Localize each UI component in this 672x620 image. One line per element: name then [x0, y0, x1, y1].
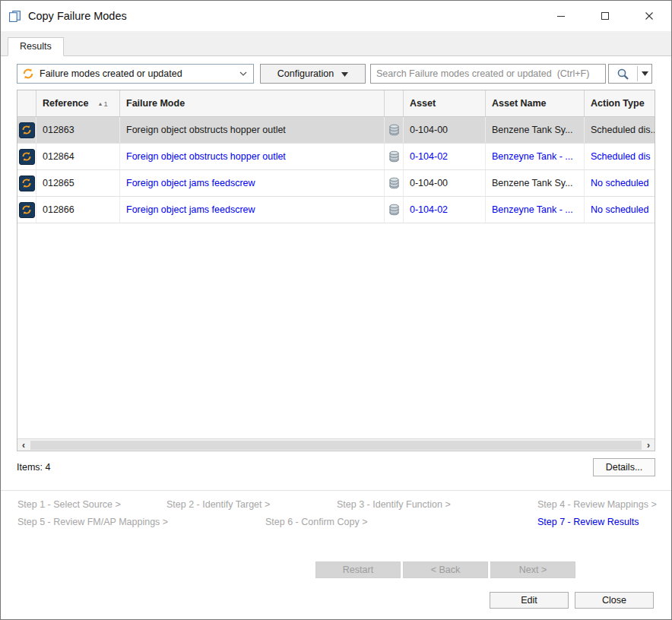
failure-mode-sync-icon [17, 197, 36, 223]
step-6-confirm-copy: Step 6 - Confirm Copy > [265, 517, 367, 527]
cell-failure-mode: Foreign object obstructs hopper outlet [120, 117, 385, 143]
header-icon-column [17, 90, 36, 116]
close-button-bottom[interactable]: Close [575, 592, 654, 609]
copy-failure-modes-dialog: Copy Failure Modes Results [0, 0, 672, 620]
dropdown-arrow-icon [341, 68, 348, 79]
failure-mode-sync-icon [17, 170, 36, 196]
table-empty-area [17, 223, 655, 438]
cell-reference: 012863 [36, 117, 120, 143]
cell-asset: 0-104-00 [404, 170, 486, 196]
results-table: Reference ▲1 Failure Mode Asset Asset Na… [17, 90, 655, 451]
cell-asset-name[interactable]: Benzeyne Tank - ... [486, 144, 585, 169]
cell-failure-mode[interactable]: Foreign object jams feedscrew [120, 170, 385, 196]
cell-action-type: Scheduled dis... [585, 117, 655, 143]
wizard-buttons: Restart < Back Next > [1, 561, 671, 578]
tab-strip: Results [1, 31, 671, 56]
cell-asset-name[interactable]: Benzeyne Tank - ... [486, 197, 585, 223]
asset-database-icon [385, 144, 404, 169]
cell-reference: 012864 [36, 144, 120, 169]
next-button[interactable]: Next > [490, 561, 575, 578]
cell-action-type[interactable]: No scheduled [585, 197, 655, 223]
search-icon [609, 65, 637, 83]
scroll-right-icon[interactable]: › [642, 440, 655, 451]
horizontal-scrollbar[interactable]: ‹ › [17, 438, 655, 451]
maximize-button[interactable] [583, 1, 627, 31]
asset-database-icon [385, 117, 404, 143]
window-controls [539, 1, 671, 31]
asset-database-icon [385, 197, 404, 223]
restart-button[interactable]: Restart [315, 561, 401, 578]
items-count: Items: 4 [17, 462, 50, 473]
cell-asset-name: Benzene Tank Sy... [486, 117, 585, 143]
edit-button[interactable]: Edit [490, 592, 569, 609]
cell-asset: 0-104-00 [404, 117, 486, 143]
step-4-review-mappings: Step 4 - Review Mappings > [537, 499, 657, 510]
search-options-arrow-icon[interactable] [638, 65, 651, 83]
minimize-button[interactable] [539, 1, 583, 31]
sort-ascending-icon: ▲1 [97, 100, 107, 108]
cell-failure-mode[interactable]: Foreign object obstructs hopper outlet [120, 144, 385, 169]
header-asset[interactable]: Asset [404, 90, 486, 116]
table-body: 012863 Foreign object obstructs hopper o… [17, 117, 655, 223]
filter-dropdown[interactable]: Failure modes created or updated [17, 64, 254, 84]
header-asset-name[interactable]: Asset Name [486, 90, 585, 116]
table-header: Reference ▲1 Failure Mode Asset Asset Na… [17, 90, 655, 117]
search-button[interactable] [608, 64, 652, 84]
step-3-identify-function: Step 3 - Identify Function > [337, 499, 451, 510]
failure-mode-sync-icon [17, 144, 36, 169]
action-buttons: Edit Close [1, 592, 671, 609]
step-1-select-source: Step 1 - Select Source > [17, 499, 121, 510]
cell-action-type[interactable]: No scheduled [585, 170, 655, 196]
titlebar: Copy Failure Modes [1, 1, 671, 31]
window-title: Copy Failure Modes [28, 10, 127, 22]
step-7-review-results[interactable]: Step 7 - Review Results [537, 517, 639, 527]
cell-reference: 012866 [36, 197, 120, 223]
scrollbar-thumb[interactable] [30, 441, 642, 450]
copy-pages-icon [8, 9, 22, 23]
configuration-button[interactable]: Configuration [260, 64, 366, 84]
tab-results[interactable]: Results [8, 37, 64, 56]
cell-asset[interactable]: 0-104-02 [404, 144, 486, 169]
failure-mode-sync-icon [17, 117, 36, 143]
scroll-left-icon[interactable]: ‹ [17, 440, 30, 451]
header-action-type[interactable]: Action Type [585, 90, 655, 116]
toolbar: Failure modes created or updated Configu… [17, 64, 655, 84]
step-2-identify-target: Step 2 - Identify Target > [166, 499, 270, 510]
filter-dropdown-value: Failure modes created or updated [40, 68, 235, 79]
table-row[interactable]: 012864 Foreign object obstructs hopper o… [17, 144, 655, 170]
details-button[interactable]: Details... [593, 458, 655, 476]
items-row: Items: 4 Details... [17, 458, 655, 476]
cell-asset-name: Benzene Tank Sy... [486, 170, 585, 196]
back-button[interactable]: < Back [403, 561, 488, 578]
cell-action-type[interactable]: Scheduled dis [585, 144, 655, 169]
close-button[interactable] [627, 1, 671, 31]
header-reference[interactable]: Reference ▲1 [36, 90, 120, 116]
configuration-button-label: Configuration [277, 68, 334, 79]
cell-asset[interactable]: 0-104-02 [404, 197, 486, 223]
header-failure-mode[interactable]: Failure Mode [120, 90, 385, 116]
asset-database-icon [385, 170, 404, 196]
table-row[interactable]: 012866 Foreign object jams feedscrew 0-1… [17, 197, 655, 223]
chevron-down-icon [239, 71, 247, 76]
step-navigation: Step 1 - Select Source > Step 2 - Identi… [1, 490, 671, 534]
cell-reference: 012865 [36, 170, 120, 196]
step-5-review-fm-ap-mappings: Step 5 - Review FM/AP Mappings > [17, 517, 168, 527]
table-row[interactable]: 012863 Foreign object obstructs hopper o… [17, 117, 655, 144]
sync-icon [22, 68, 34, 80]
header-asset-icon-column [385, 90, 404, 116]
table-row[interactable]: 012865 Foreign object jams feedscrew 0-1… [17, 170, 655, 197]
search-input[interactable] [370, 64, 606, 84]
cell-failure-mode[interactable]: Foreign object jams feedscrew [120, 197, 385, 223]
